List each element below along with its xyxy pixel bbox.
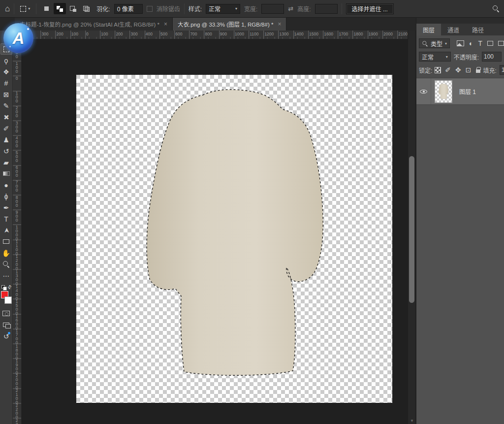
edit-toolbar-button-icon: ⋯ (3, 272, 10, 279)
lock-position-icon[interactable]: ✥ (455, 66, 461, 73)
ruler-label: 200 (57, 32, 63, 36)
photoshop-window: ⌂ ▾ 羽化: 消除锯齿 样式: 正常 ▾ 宽度: ⇄ 高度: 选择并遮住 ..… (0, 0, 504, 424)
blur-tool[interactable]: ● (0, 179, 12, 191)
clone-stamp-tool[interactable]: ♟ (0, 134, 12, 145)
lock-pixels-icon[interactable]: ✐ (445, 66, 451, 73)
search-icon[interactable] (493, 5, 499, 12)
swap-dimensions-icon[interactable]: ⇄ (288, 5, 293, 12)
style-value: 正常 (209, 4, 220, 13)
default-colors-icon[interactable] (1, 285, 5, 289)
blend-mode-value: 正常 (422, 53, 434, 61)
document-tab[interactable]: 未标题-1-恢复的.png @ 20% (StartAI AI生成, RGB/8… (15, 18, 173, 31)
path-selection-tool[interactable]: ➤ (0, 225, 12, 236)
pixel-layers-filter-icon[interactable] (457, 40, 464, 46)
add-to-selection-button[interactable] (54, 3, 66, 14)
panel-tab-图层[interactable]: 图层 (416, 24, 441, 35)
quick-mask-button[interactable] (0, 308, 12, 319)
home-icon[interactable]: ⌂ (5, 4, 10, 13)
quick-mask-icon[interactable] (2, 311, 10, 316)
ruler-label: 1000 (235, 32, 244, 36)
smart-object-filter-icon[interactable] (498, 41, 504, 46)
document-canvas[interactable] (76, 75, 392, 403)
startai-logo[interactable]: A (3, 23, 33, 53)
magnifier-icon (3, 261, 9, 267)
scroll-down-icon[interactable]: ▾ (408, 418, 416, 423)
pen-tool[interactable]: ✒ (0, 202, 12, 213)
brush-tool[interactable]: ✐ (0, 123, 12, 134)
layer-filter-type-select[interactable]: 类型 ▾ (419, 38, 450, 48)
panel-tab-通道[interactable]: 通道 (441, 24, 466, 35)
ruler-label: 500 (14, 150, 19, 162)
frame-tool[interactable]: ⊠ (0, 89, 12, 100)
ruler-label: 1500 (14, 299, 19, 315)
layer-list: 图层 1 (416, 78, 504, 105)
type-tool-icon: T (4, 216, 8, 223)
panel-top-strip (416, 18, 504, 24)
marquee-preset-button[interactable]: ▾ (18, 4, 32, 13)
dodge-tool-icon: ϕ (4, 193, 8, 200)
scrollbar-thumb[interactable] (409, 156, 414, 303)
subtract-from-selection-button[interactable] (67, 3, 79, 14)
ruler-label: 1500 (309, 32, 318, 36)
lock-transparency-icon[interactable] (435, 67, 441, 73)
ruler-label: 100 (14, 61, 19, 73)
blend-mode-select[interactable]: 正常 ▾ (419, 52, 451, 62)
width-input[interactable] (261, 4, 284, 14)
layer-row[interactable]: 图层 1 (416, 78, 504, 105)
fill-value[interactable]: 100 (500, 65, 504, 75)
ruler-label: 1000 (14, 225, 19, 240)
canvas-workspace[interactable] (22, 39, 408, 424)
type-tool[interactable]: T (0, 213, 12, 225)
rectangle-tool[interactable] (0, 236, 12, 247)
blur-tool-icon: ● (4, 182, 8, 189)
screen-mode-button[interactable] (0, 319, 12, 330)
startai-logo-letter: A (13, 29, 25, 48)
vertical-scrollbar[interactable]: ▾ (408, 31, 415, 424)
swap-colors-icon[interactable]: ⇄ (6, 284, 13, 291)
chevron-down-icon: ▾ (445, 41, 447, 46)
document-tab[interactable]: 大衣.png @ 33.3% (图层 1, RGB/8#) *× (173, 18, 286, 31)
dodge-tool[interactable]: ϕ (0, 191, 12, 202)
object-selection-tool[interactable]: ❖ (0, 66, 12, 77)
lock-artboard-icon[interactable]: ⊡ (466, 66, 472, 73)
new-selection-button[interactable] (40, 3, 53, 14)
opacity-value[interactable]: 100 (482, 52, 502, 62)
background-color-swatch[interactable] (4, 296, 12, 304)
lock-all-icon[interactable] (476, 69, 480, 73)
vertical-ruler: 2001000100200300400500600700800900100011… (13, 39, 22, 424)
layer-thumbnail[interactable] (435, 80, 452, 103)
eyedropper-tool[interactable]: ✎ (0, 100, 12, 111)
height-label: 高度: (297, 4, 311, 13)
ruler-label: 1100 (14, 239, 19, 255)
healing-brush-tool[interactable]: ✚ (0, 111, 12, 123)
hand-tool[interactable]: ✋ (0, 247, 12, 259)
layer-visibility-toggle[interactable] (416, 78, 431, 104)
select-and-mask-button[interactable]: 选择并遮住 ... (346, 3, 394, 14)
antialias-checkbox[interactable] (147, 6, 153, 12)
crop-tool[interactable]: # (0, 77, 12, 89)
close-icon[interactable]: × (164, 21, 167, 28)
panel-tab-路径[interactable]: 路径 (466, 24, 490, 35)
history-brush-tool[interactable]: ↺ (0, 145, 12, 157)
feather-input[interactable] (114, 4, 143, 14)
brush-tool-icon: ✐ (3, 125, 9, 132)
eraser-tool[interactable]: ▰ (0, 157, 12, 168)
shape-layers-filter-icon[interactable] (487, 41, 493, 46)
intersect-selection-button[interactable] (80, 3, 93, 14)
screen-mode-icon[interactable] (3, 323, 9, 327)
close-icon[interactable]: × (278, 21, 281, 28)
type-layers-filter-icon[interactable]: T (478, 40, 483, 47)
eraser-tool-icon: ▰ (3, 159, 9, 166)
gradient-tool[interactable] (0, 168, 12, 179)
adjustment-layers-filter-icon[interactable]: ◐ (469, 40, 473, 47)
style-select[interactable]: 正常 ▾ (206, 4, 240, 14)
rotate-view-button[interactable]: ↺ (0, 330, 12, 342)
zoom-tool[interactable] (0, 259, 12, 270)
layer-name[interactable]: 图层 1 (459, 87, 476, 96)
document-tab-bar: 未标题-1-恢复的.png @ 20% (StartAI AI生成, RGB/8… (0, 18, 416, 31)
layer-filter-icons: ◐T (457, 40, 504, 47)
height-input[interactable] (315, 4, 338, 14)
edit-toolbar-button[interactable]: ⋯ (0, 270, 12, 281)
ruler-label: 900 (220, 32, 227, 36)
lasso-tool[interactable]: ϙ (0, 55, 12, 66)
